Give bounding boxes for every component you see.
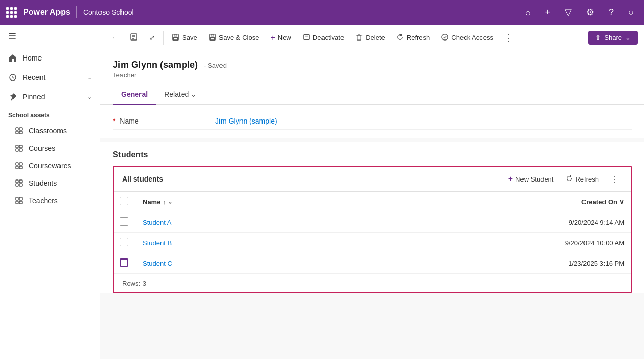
add-icon[interactable]: + <box>541 5 555 20</box>
filter-icon[interactable]: ▽ <box>560 5 576 20</box>
sidebar-item-pinned[interactable]: Pinned ⌄ <box>0 87 100 107</box>
svg-rect-10 <box>19 163 22 165</box>
row-name-cell: Student C <box>136 253 318 274</box>
svg-rect-27 <box>174 37 178 40</box>
related-chevron-icon: ⌄ <box>191 90 197 98</box>
deactivate-button[interactable]: Deactivate <box>297 30 349 46</box>
delete-button[interactable]: Delete <box>350 30 390 46</box>
app-grid-icon[interactable] <box>6 7 17 18</box>
svg-rect-2 <box>19 128 22 130</box>
subgrid-more-options-button[interactable]: ⋮ <box>606 172 622 186</box>
name-sort-asc-icon: ↑ <box>163 199 166 205</box>
row-created-on-cell: 9/20/2024 9:14 AM <box>318 212 631 233</box>
back-icon: ← <box>112 34 118 42</box>
classrooms-icon <box>14 126 24 135</box>
sidebar-item-classrooms[interactable]: Classrooms <box>0 122 100 139</box>
row-checkbox[interactable] <box>120 258 128 267</box>
row-checkbox-cell <box>114 253 136 274</box>
tab-related[interactable]: Related ⌄ <box>156 85 205 105</box>
check-access-label: Check Access <box>451 34 493 42</box>
record-subtitle: Teacher <box>113 71 632 79</box>
sidebar-item-courses[interactable]: Courses <box>0 139 100 157</box>
help-icon[interactable]: ? <box>605 5 618 20</box>
svg-rect-15 <box>16 184 18 186</box>
sidebar-menu-button[interactable]: ☰ <box>0 25 100 48</box>
form-view-button[interactable] <box>125 30 143 46</box>
pinned-chevron-icon: ⌄ <box>87 94 92 101</box>
sidebar-item-coursewares[interactable]: Coursewares <box>0 157 100 174</box>
refresh-icon <box>396 33 404 43</box>
save-close-button[interactable]: Save & Close <box>204 30 265 46</box>
delete-label: Delete <box>366 34 385 42</box>
record-header: Jim Glynn (sample) - Saved Teacher <box>100 51 644 79</box>
svg-rect-11 <box>16 166 18 169</box>
students-table: Name ↑ ⌄ Created On ∨ <box>114 192 631 274</box>
student-name-link[interactable]: Student C <box>143 260 172 267</box>
name-field-value[interactable]: Jim Glynn (sample) <box>215 117 277 125</box>
created-on-column-header[interactable]: Created On ∨ <box>318 192 631 212</box>
svg-rect-13 <box>16 180 18 183</box>
account-icon[interactable]: ○ <box>624 5 638 20</box>
search-icon[interactable]: ⌕ <box>521 5 535 20</box>
refresh-label: Refresh <box>407 34 430 42</box>
app-context: Contoso School <box>83 8 134 16</box>
record-name: Jim Glynn (sample) <box>113 59 198 70</box>
check-access-button[interactable]: Check Access <box>436 30 498 46</box>
saved-badge: - Saved <box>204 62 227 69</box>
more-options-button[interactable]: ⋮ <box>499 30 517 46</box>
tabs-container: General Related ⌄ <box>100 85 644 105</box>
table-row: Student C 1/23/2025 3:16 PM <box>114 253 631 274</box>
top-navigation: Power Apps Contoso School ⌕ + ▽ ⚙ ? ○ <box>0 0 644 25</box>
sidebar-item-students[interactable]: Students <box>0 174 100 192</box>
expand-button[interactable]: ⤢ <box>144 31 160 45</box>
svg-rect-26 <box>174 34 177 36</box>
subgrid-refresh-label: Refresh <box>575 175 599 183</box>
name-column-header[interactable]: Name ↑ ⌄ <box>136 192 318 212</box>
row-checkbox-cell <box>114 233 136 253</box>
sidebar-item-home[interactable]: Home <box>0 48 100 68</box>
students-label: Students <box>29 179 57 187</box>
svg-rect-31 <box>304 34 309 39</box>
new-student-button[interactable]: + New Student <box>503 172 559 186</box>
rows-count: Rows: 3 <box>122 280 146 287</box>
new-student-plus-icon: + <box>508 174 513 184</box>
sidebar: ☰ Home Recent ⌄ Pinned ⌄ School assets <box>0 25 100 359</box>
teachers-icon <box>14 196 24 205</box>
save-button[interactable]: Save <box>167 30 203 46</box>
refresh-button[interactable]: Refresh <box>391 30 435 46</box>
share-button[interactable]: ⇧ Share ⌄ <box>588 31 638 45</box>
student-name-link[interactable]: Student A <box>143 218 171 226</box>
record-title: Jim Glynn (sample) - Saved <box>113 59 632 70</box>
name-required-indicator: * <box>113 117 115 125</box>
select-all-checkbox[interactable] <box>120 197 128 205</box>
record-view: Jim Glynn (sample) - Saved Teacher Gener… <box>100 51 644 105</box>
tab-general-label: General <box>121 90 148 98</box>
subgrid-refresh-button[interactable]: Refresh <box>560 172 604 186</box>
name-field-label: * Name <box>113 117 215 125</box>
student-name-link[interactable]: Student B <box>143 239 172 247</box>
students-subgrid: All students + New Student Refresh <box>113 166 632 293</box>
settings-icon[interactable]: ⚙ <box>582 5 598 20</box>
new-label: New <box>278 34 291 42</box>
share-chevron-icon: ⌄ <box>625 34 631 42</box>
nav-divider <box>76 6 77 18</box>
tab-general[interactable]: General <box>113 85 156 105</box>
row-created-on-cell: 1/23/2025 3:16 PM <box>318 253 631 274</box>
save-icon <box>172 33 179 43</box>
back-button[interactable]: ← <box>107 31 124 45</box>
classrooms-label: Classrooms <box>29 127 67 135</box>
table-row: Student A 9/20/2024 9:14 AM <box>114 212 631 233</box>
name-label-text: Name <box>119 117 138 125</box>
save-label: Save <box>182 34 197 42</box>
row-checkbox[interactable] <box>120 238 128 246</box>
svg-rect-12 <box>19 166 22 169</box>
row-checkbox[interactable] <box>120 217 128 226</box>
new-button[interactable]: + New <box>265 30 296 46</box>
check-access-icon <box>441 33 449 43</box>
sidebar-item-teachers[interactable]: Teachers <box>0 192 100 209</box>
sidebar-item-recent[interactable]: Recent ⌄ <box>0 68 100 87</box>
new-student-label: New Student <box>515 175 553 183</box>
svg-rect-30 <box>210 37 214 40</box>
created-on-sort-icon: ∨ <box>619 198 625 206</box>
sidebar-item-recent-label: Recent <box>23 73 45 82</box>
